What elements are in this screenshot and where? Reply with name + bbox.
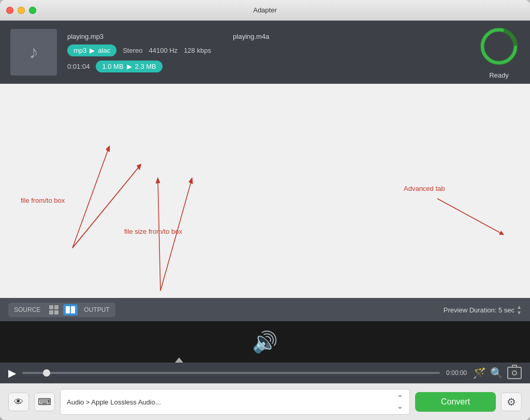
size-to-label: 2.3 MB <box>135 63 156 70</box>
file-info-panel: ♪ playing.mp3 playing.m4a mp3 ▶ alac Ste… <box>0 21 530 84</box>
size-from-label: 1.0 MB <box>102 63 123 70</box>
status-area: Ready <box>478 26 520 79</box>
output-filename: playing.m4a <box>233 33 269 40</box>
advanced-tab-annotation: Advanced tab <box>404 185 445 192</box>
hz-label: 44100 Hz <box>149 47 178 54</box>
magic-wand-icon[interactable]: 🪄 <box>473 367 486 379</box>
file-details: playing.mp3 playing.m4a mp3 ▶ alac Stere… <box>67 33 520 72</box>
progress-thumb[interactable] <box>43 369 50 377</box>
file-names-row: playing.mp3 playing.m4a <box>67 33 520 40</box>
format-selector-text: Audio > Apple Lossless Audio... <box>67 398 161 406</box>
terminal-icon: ⌨ <box>38 396 51 408</box>
duration-row: 0:01:04 1.0 MB ▶ 2.3 MB <box>67 61 520 72</box>
eye-icon: 👁 <box>14 397 23 408</box>
preview-bar: SOURCE <box>0 298 530 321</box>
eye-button[interactable]: 👁 <box>8 393 29 411</box>
titlebar: Adapter <box>0 0 530 21</box>
progress-bar[interactable] <box>22 372 440 374</box>
bottom-toolbar: 👁 ⌨ Audio > Apple Lossless Audio... ⌃⌄ C… <box>0 383 530 420</box>
time-display: 0:00:00 <box>446 369 467 377</box>
playback-controls: ▶ 0:00:00 🪄 🔍 <box>0 363 530 383</box>
preview-duration-label: Preview Duration: 5 sec <box>444 306 514 314</box>
playback-icons: 🪄 🔍 <box>473 367 522 379</box>
main-content: ♪ playing.mp3 playing.m4a mp3 ▶ alac Ste… <box>0 21 530 420</box>
selector-arrow-icon: ⌃⌄ <box>397 394 403 410</box>
app-window: Adapter ♪ playing.mp3 playing.m4a mp3 ▶ <box>0 0 530 420</box>
duration-stepper[interactable]: ▲ ▼ <box>517 304 522 316</box>
minimize-button[interactable] <box>18 7 25 14</box>
preview-duration-control: Preview Duration: 5 sec ▲ ▼ <box>444 304 522 316</box>
speaker-icon: 🔊 <box>252 330 278 354</box>
gear-icon: ⚙ <box>507 396 516 408</box>
duration-label: 0:01:04 <box>67 63 90 70</box>
close-button[interactable] <box>6 7 13 14</box>
svg-line-3 <box>72 148 109 248</box>
tab-side-by-side[interactable] <box>63 304 78 316</box>
svg-line-6 <box>160 180 192 291</box>
file-size-annotation: file size from/to box <box>124 228 182 235</box>
window-controls <box>6 7 36 14</box>
svg-line-4 <box>72 166 140 248</box>
screenshot-icon[interactable] <box>507 367 522 379</box>
bottom-section: SOURCE <box>0 298 530 383</box>
window-title: Adapter <box>253 6 277 14</box>
music-note-icon: ♪ <box>29 41 38 63</box>
format-from-label: mp3 <box>73 47 86 54</box>
source-tab-label: SOURCE <box>10 304 45 316</box>
album-art: ♪ <box>10 29 57 76</box>
svg-line-8 <box>437 199 502 234</box>
advanced-arrow-svg <box>0 84 530 298</box>
format-to-label: alac <box>98 47 110 54</box>
format-from-to-badge[interactable]: mp3 ▶ alac <box>67 44 116 56</box>
tab-split-view[interactable] <box>47 304 61 316</box>
file-from-to-annotation: file from/to box <box>21 197 65 204</box>
waveform-area: 🔊 <box>0 321 530 363</box>
settings-button[interactable]: ⚙ <box>501 393 522 411</box>
status-ring-icon <box>478 26 520 67</box>
format-badges-row: mp3 ▶ alac Stereo 44100 Hz 128 kbps <box>67 44 520 56</box>
annotations-svg <box>0 84 530 298</box>
terminal-button[interactable]: ⌨ <box>34 393 55 411</box>
convert-button[interactable]: Convert <box>415 392 496 412</box>
status-label: Ready <box>489 71 509 79</box>
preview-tabs: SOURCE <box>8 303 115 317</box>
format-selector[interactable]: Audio > Apple Lossless Audio... ⌃⌄ <box>60 389 410 415</box>
svg-line-5 <box>158 180 160 291</box>
source-filename: playing.mp3 <box>67 33 104 40</box>
annotation-area: file from/to box file size from/to box A… <box>0 84 530 298</box>
playhead[interactable] <box>175 357 183 363</box>
search-icon[interactable]: 🔍 <box>490 367 503 379</box>
format-arrow-icon: ▶ <box>90 47 95 54</box>
play-button[interactable]: ▶ <box>8 367 16 379</box>
output-tab-label: OUTPUT <box>80 304 113 316</box>
stereo-label: Stereo <box>123 47 142 54</box>
maximize-button[interactable] <box>29 7 36 14</box>
kbps-label: 128 kbps <box>184 47 211 54</box>
size-arrow-icon: ▶ <box>127 63 132 70</box>
file-size-badge[interactable]: 1.0 MB ▶ 2.3 MB <box>96 61 162 72</box>
